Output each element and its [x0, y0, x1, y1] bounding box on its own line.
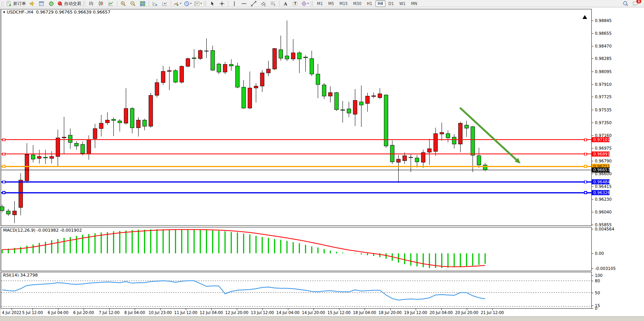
zoom-out-button[interactable] — [128, 0, 138, 7]
auto-trading-button[interactable]: 自动交易 — [56, 0, 82, 7]
text-label-button[interactable]: T — [290, 0, 300, 7]
macd-panel[interactable] — [1, 227, 592, 271]
mt4-terminal: 新订单自动交易▾▾▾EFAT▾M1M5M15M30H1H4D1W1MN1 0.9… — [0, 0, 644, 321]
navigator-button[interactable] — [46, 0, 56, 7]
candle — [316, 74, 320, 85]
time-label: 18 Jul 20:00 — [379, 311, 402, 315]
new-order-label: 新订单 — [13, 1, 26, 7]
candle — [397, 159, 401, 162]
cursor-button[interactable] — [207, 0, 217, 7]
candlestick-mode-button[interactable] — [96, 0, 106, 7]
line-handle[interactable] — [3, 191, 5, 194]
vertical-line-button[interactable] — [230, 0, 239, 7]
sound-alert-button[interactable] — [27, 0, 37, 7]
chevron-down-icon: ▾ — [308, 2, 309, 5]
timeframe-h4[interactable]: H4 — [375, 0, 385, 7]
candle — [341, 110, 345, 111]
toolbar-grip — [311, 1, 313, 6]
price-line-label-text: 0.97101 — [593, 137, 610, 142]
candle — [62, 137, 66, 138]
price-tick: 0.97725 — [595, 94, 611, 99]
time-label: 6 Jul 20:00 — [73, 311, 94, 315]
timeframe-m15[interactable]: M15 — [337, 0, 350, 7]
time-label: 15 Jul 12:00 — [327, 311, 351, 315]
candle — [471, 127, 475, 155]
chart-shift-button[interactable] — [160, 0, 170, 7]
text-button[interactable]: A — [281, 0, 290, 7]
line-handle[interactable] — [584, 153, 587, 155]
periods-button[interactable]: ▾ — [183, 0, 193, 7]
crosshair-button[interactable] — [217, 0, 227, 7]
candle — [446, 133, 450, 138]
line-chart-mode-button[interactable] — [106, 0, 116, 7]
horizontal-line-button[interactable] — [239, 0, 249, 7]
candle — [440, 133, 444, 134]
shapes-icon — [301, 1, 307, 7]
line-handle[interactable] — [584, 138, 587, 141]
candle — [415, 158, 419, 162]
price-tick: 0.95855 — [595, 222, 611, 227]
price-tick: 0.98095 — [595, 69, 611, 74]
toolbar-right-group: 1 — [621, 0, 640, 7]
line-handle[interactable] — [584, 181, 587, 183]
text-icon: A — [283, 1, 288, 7]
candle — [130, 108, 134, 128]
bar-chart-mode-button[interactable] — [87, 0, 96, 7]
line-handle[interactable] — [584, 165, 587, 167]
candle — [236, 66, 240, 87]
timeframe-h1[interactable]: H1 — [365, 0, 375, 7]
notifications-button[interactable]: 1 — [630, 0, 640, 7]
timeframe-d1[interactable]: D1 — [386, 0, 396, 7]
zoom-in-button[interactable] — [118, 0, 128, 7]
chart-shift-icon — [162, 1, 168, 7]
candle — [403, 156, 407, 160]
candle — [329, 92, 332, 96]
tile-windows-button[interactable] — [138, 0, 147, 7]
crosshair-icon — [219, 1, 225, 7]
rsi-tick: 50 — [595, 290, 600, 295]
templates-icon — [194, 1, 200, 7]
candle — [291, 53, 295, 59]
fibonacci-button[interactable]: F — [268, 0, 278, 7]
time-label: 20 Jul 04:00 — [430, 311, 453, 315]
indicators-icon — [173, 1, 179, 7]
symbol-dropdown-icon[interactable]: ▼ — [3, 11, 5, 14]
auto-scroll-button[interactable] — [150, 0, 160, 7]
timeframe-mn[interactable]: MN — [409, 0, 420, 7]
candle — [0, 207, 4, 210]
horn-icon — [29, 1, 35, 7]
new-order-button[interactable]: 新订单 — [5, 0, 27, 7]
timeframe-m30[interactable]: M30 — [351, 0, 363, 7]
candle — [180, 66, 184, 82]
search-button[interactable] — [621, 0, 630, 7]
timeframe-w1[interactable]: W1 — [397, 0, 408, 7]
line-handle[interactable] — [3, 181, 5, 183]
line-handle[interactable] — [3, 165, 5, 167]
candle — [93, 128, 97, 139]
macd-tick: -0.003105 — [595, 266, 616, 271]
market-watch-button[interactable] — [37, 0, 46, 7]
line-handle[interactable] — [3, 153, 5, 155]
indicators-button[interactable]: ▾ — [172, 0, 183, 7]
time-label: 5 Jul 12:00 — [22, 311, 43, 315]
timeframe-m1[interactable]: M1 — [315, 0, 325, 7]
line-handle[interactable] — [3, 138, 5, 141]
candle — [304, 57, 308, 58]
candle — [155, 83, 159, 96]
candle — [168, 71, 171, 72]
arrows-shapes-button[interactable]: ▾ — [300, 0, 310, 7]
candle — [186, 58, 190, 66]
chart-symbol: USDCHF-,H4 — [7, 10, 33, 15]
timeframe-m5[interactable]: M5 — [326, 0, 336, 7]
templates-button[interactable]: ▾ — [193, 0, 203, 7]
rsi-panel[interactable] — [1, 272, 592, 309]
macd-tick: 0.004564 — [595, 227, 614, 231]
zoom-in-icon — [120, 1, 126, 7]
chart-canvas[interactable]: 0.988450.986550.984700.982850.980950.979… — [0, 0, 644, 321]
trendline-button[interactable] — [249, 0, 259, 7]
candle — [112, 119, 116, 120]
price-tick: 0.96790 — [595, 159, 611, 163]
equidistant-channel-button[interactable]: E — [259, 0, 268, 7]
line-handle[interactable] — [584, 191, 587, 194]
candle — [298, 53, 301, 59]
